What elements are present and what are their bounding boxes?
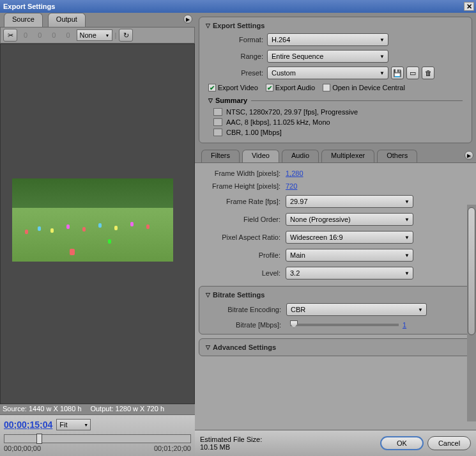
field-order-label: Field Order: [204,216,286,223]
frame-rate-label: Frame Rate [fps]: [204,198,286,205]
import-preset-button[interactable]: ▭ [406,67,419,79]
frame-rate-dropdown[interactable]: 29.97 [286,195,413,208]
title-bar: Export Settings ✕ [0,0,476,13]
bitrate-value[interactable]: 1 [403,321,406,329]
crop-right: 0 [48,31,59,39]
tab-others[interactable]: Others [377,150,417,162]
speaker-icon [213,118,222,126]
close-button[interactable]: ✕ [464,2,474,11]
swirl-icon: ↻ [123,31,129,40]
preset-label: Preset: [206,69,267,77]
tab-video[interactable]: Video [242,150,279,162]
level-label: Level: [204,269,286,277]
preview-info-bar: Source: 1440 w X 1080 h Output: 1280 w X… [0,404,195,414]
flyout-menu-icon[interactable]: ▶ [183,15,192,24]
timeline[interactable] [4,434,191,443]
est-size-label: Estimated File Size: [200,436,376,443]
bitrate-encoding-dropdown[interactable]: CBR [286,303,427,316]
range-label: Range: [206,52,267,60]
device-central-checkbox[interactable] [323,84,330,91]
time-panel: 00;00;15;04 Fit 00;00;00;00 00;01;20;00 [0,414,195,456]
export-audio-label: Export Audio [275,84,315,91]
bitrate-slider[interactable] [290,324,399,326]
device-central-label: Open in Device Central [332,84,405,91]
bitrate-group: Bitrate Settings Bitrate Encoding: CBR B… [199,286,472,334]
bitrate-header[interactable]: Bitrate Settings [202,289,469,301]
preview-toolbar: ✂ 0 0 0 0 None | ↻ [0,27,195,43]
output-dimensions: Output: 1280 w X 720 h [90,405,164,413]
summary-header[interactable]: Summary [202,94,469,107]
zoom-dropdown[interactable]: Fit [56,419,91,430]
tab-multiplexer[interactable]: Multiplexer [321,150,374,162]
summary-bitrate: CBR, 1.00 [Mbps] [226,129,282,136]
bitrate-label: Bitrate [Mbps]: [211,321,286,329]
crop-button[interactable]: ✂ [3,29,17,42]
summary-video: NTSC, 1280x720, 29.97 [fps], Progressive [226,108,358,116]
tab-filters[interactable]: Filters [201,150,240,162]
right-panel: Export Settings Format: H.264 Range: Ent… [195,13,476,456]
source-dimensions: Source: 1440 w X 1080 h [3,405,82,413]
frame-width-value[interactable]: 1,280 [286,169,303,177]
level-dropdown[interactable]: 3.2 [286,267,413,279]
window-title: Export Settings [2,3,464,10]
bitrate-encoding-label: Bitrate Encoding: [211,306,286,313]
cancel-button[interactable]: Cancel [427,436,471,450]
format-dropdown[interactable]: H.264 [267,33,388,46]
summary-audio: AAC, 8 [kbps], 11.025 kHz, Mono [226,118,330,126]
crop-icon: ✂ [8,31,13,40]
scrollbar[interactable] [467,205,476,421]
film-icon [213,108,222,116]
field-order-dropdown[interactable]: None (Progressive) [286,213,413,226]
timeline-start: 00;00;00;00 [4,444,41,452]
delete-preset-button[interactable]: 🗑 [422,67,434,79]
scrollbar-thumb[interactable] [468,207,475,335]
profile-label: Profile: [204,251,286,259]
tab-audio[interactable]: Audio [282,150,319,162]
export-audio-checkbox[interactable]: ✔ [266,84,273,91]
tab-output[interactable]: Output [48,13,86,27]
playhead[interactable] [36,434,42,444]
timeline-end: 00;01;20;00 [154,444,191,452]
crop-preset-dropdown[interactable]: None [77,29,112,41]
export-settings-header[interactable]: Export Settings [202,20,469,31]
trash-icon: 🗑 [425,69,432,77]
profile-dropdown[interactable]: Main [286,249,413,262]
crop-bottom: 0 [62,31,73,39]
chart-icon [213,129,222,136]
crop-top: 0 [34,31,45,39]
current-timecode[interactable]: 00;00;15;04 [4,420,52,430]
pixel-aspect-label: Pixel Aspect Ratio: [204,233,286,241]
preview-area [0,43,195,404]
slider-thumb[interactable] [290,320,298,328]
advanced-group: Advanced Settings [199,338,472,356]
disk-icon: 💾 [393,69,402,77]
deinterlace-button[interactable]: ↻ [119,29,133,42]
frame-width-label: Frame Width [pixels]: [204,169,286,177]
est-size-value: 10.15 MB [200,443,376,451]
preset-dropdown[interactable]: Custom [267,67,388,79]
tab-source[interactable]: Source [4,13,43,27]
export-video-label: Export Video [218,84,258,91]
subtabs-flyout-icon[interactable]: ▶ [464,151,473,160]
frame-height-label: Frame Height [pixels]: [204,182,286,190]
export-settings-group: Export Settings Format: H.264 Range: Ent… [199,17,472,143]
pixel-aspect-dropdown[interactable]: Widescreen 16:9 [286,231,413,244]
crop-left: 0 [20,31,31,39]
left-panel: Source Output ▶ ✂ 0 0 0 0 None | ↻ [0,13,195,456]
format-label: Format: [206,36,267,43]
range-dropdown[interactable]: Entire Sequence [267,50,388,63]
export-video-checkbox[interactable]: ✔ [208,84,216,91]
video-settings-panel: Frame Width [pixels]: 1,280 Frame Height… [195,162,476,430]
ok-button[interactable]: OK [380,436,424,450]
folder-icon: ▭ [410,69,416,77]
advanced-header[interactable]: Advanced Settings [202,342,469,353]
preview-thumbnail [12,178,173,262]
save-preset-button[interactable]: 💾 [391,67,404,79]
frame-height-value[interactable]: 720 [286,182,297,190]
dialog-footer: Estimated File Size: 10.15 MB OK Cancel [195,430,476,456]
